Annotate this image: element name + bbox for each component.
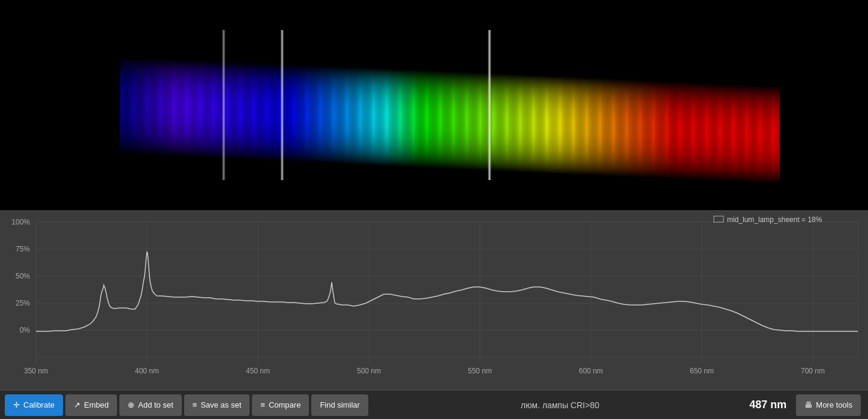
svg-text:mid_lum_lamp_sheent = 18%: mid_lum_lamp_sheent = 18% — [727, 216, 822, 224]
svg-text:0%: 0% — [20, 326, 31, 334]
save-as-set-button[interactable]: ≡ Save as set — [184, 394, 250, 416]
svg-text:350 nm: 350 nm — [24, 367, 48, 375]
more-tools-button[interactable]: 🖶 More tools — [796, 394, 861, 416]
spectrum-image — [0, 0, 868, 210]
toolbar: ✛ Calibrate ↗ Embed ⊕ Add to set ≡ Save … — [0, 390, 868, 419]
calibrate-button[interactable]: ✛ Calibrate — [5, 394, 63, 416]
wavelength-display: 487 nm — [749, 399, 786, 411]
chart-svg: 100% 75% 50% 25% 0% 350 nm 400 nm 450 nm… — [0, 210, 868, 390]
svg-text:550 nm: 550 nm — [468, 367, 492, 375]
add-to-set-label: Add to set — [138, 400, 173, 409]
svg-text:75%: 75% — [16, 245, 30, 253]
svg-text:500 nm: 500 nm — [357, 367, 381, 375]
embed-label: Embed — [84, 400, 109, 409]
more-tools-label: More tools — [816, 400, 852, 409]
add-to-set-icon: ⊕ — [128, 400, 134, 409]
svg-text:700 nm: 700 nm — [801, 367, 825, 375]
svg-text:25%: 25% — [16, 299, 30, 307]
compare-button[interactable]: ≡ Compare — [252, 394, 309, 416]
svg-text:50%: 50% — [16, 272, 30, 280]
compare-icon: ≡ — [260, 400, 265, 409]
svg-text:600 nm: 600 nm — [579, 367, 603, 375]
add-to-set-button[interactable]: ⊕ Add to set — [119, 394, 182, 416]
svg-text:650 nm: 650 nm — [690, 367, 714, 375]
lamp-info-text: люм. лампы CRI>80 — [521, 400, 599, 410]
svg-text:100%: 100% — [11, 218, 30, 226]
svg-rect-0 — [0, 210, 868, 390]
calibrate-icon: ✛ — [13, 400, 20, 409]
find-similar-button[interactable]: Find similar — [311, 394, 368, 416]
spectrum-canvas — [0, 0, 868, 210]
save-as-set-icon: ≡ — [193, 400, 197, 409]
embed-button[interactable]: ↗ Embed — [65, 394, 117, 416]
svg-text:400 nm: 400 nm — [135, 367, 159, 375]
find-similar-label: Find similar — [320, 400, 359, 409]
lamp-info: люм. лампы CRI>80 — [371, 400, 749, 410]
chart-area: 100% 75% 50% 25% 0% 350 nm 400 nm 450 nm… — [0, 210, 868, 390]
svg-text:450 nm: 450 nm — [246, 367, 270, 375]
save-as-set-label: Save as set — [200, 400, 241, 409]
calibrate-label: Calibrate — [23, 400, 55, 409]
compare-label: Compare — [269, 400, 301, 409]
more-tools-icon: 🖶 — [804, 400, 812, 409]
toolbar-right: 🖶 More tools — [796, 394, 863, 416]
wavelength-value: 487 nm — [749, 399, 786, 411]
embed-icon: ↗ — [74, 400, 80, 409]
